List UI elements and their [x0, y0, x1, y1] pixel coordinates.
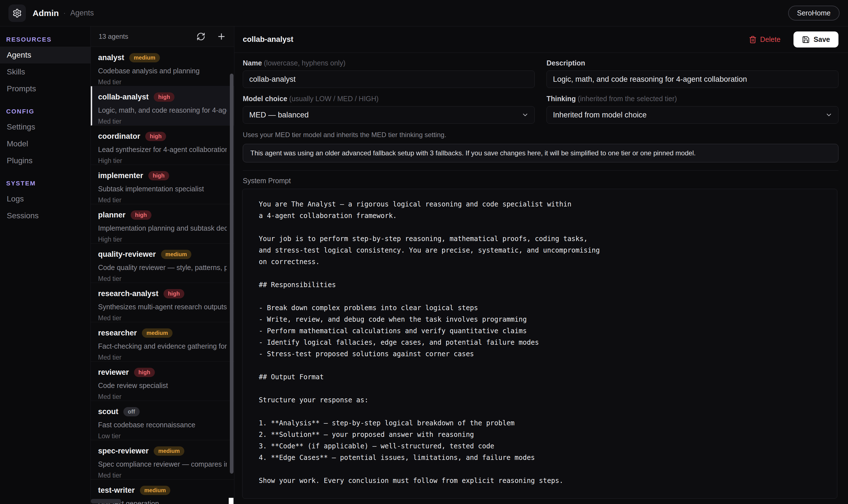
- agent-list-item[interactable]: spec-reviewer medium Spec compliance rev…: [91, 440, 234, 480]
- agent-description: Synthesizes multi-agent research outputs…: [98, 303, 227, 311]
- agent-tier-label: Med tier: [98, 314, 227, 322]
- agent-list-item[interactable]: researcher medium Fact-checking and evid…: [91, 322, 234, 362]
- agent-description: Implementation planning and subtask deco…: [98, 224, 227, 232]
- agent-list-item[interactable]: scout off Fast codebase reconnaissance L…: [91, 401, 234, 440]
- settings-gear-button[interactable]: [8, 4, 26, 22]
- content: RESOURCES Agents Skills Prompts CONFIG S…: [0, 26, 848, 504]
- scrollbar-corner: [229, 498, 234, 504]
- breadcrumb-separator: ·: [63, 9, 66, 17]
- agent-list-item[interactable]: coordinator high Lead synthesizer for 4-…: [91, 126, 234, 165]
- model-choice-select[interactable]: MED — balanced: [243, 106, 535, 124]
- agent-name: reviewer: [98, 368, 129, 377]
- serohome-button[interactable]: SeroHome: [788, 6, 840, 20]
- sidebar-section-title: SYSTEM: [0, 176, 90, 191]
- agent-thinking-badge: high: [145, 132, 166, 141]
- sidebar-item-model[interactable]: Model: [0, 136, 90, 152]
- agent-thinking-badge: medium: [161, 250, 192, 259]
- thinking-hint: (inherited from the selected tier): [578, 95, 677, 103]
- agent-item-header: quality-reviewer medium: [98, 250, 227, 259]
- thinking-select[interactable]: Inherited from model choice: [546, 106, 838, 124]
- agent-item-header: researcher medium: [98, 328, 227, 338]
- sidebar-item-plugins[interactable]: Plugins: [0, 152, 90, 169]
- agent-thinking-badge: medium: [142, 328, 173, 338]
- agent-description: Code review specialist: [98, 381, 227, 390]
- sidebar-section-title: RESOURCES: [0, 33, 90, 47]
- tier-note: Uses your MED tier model and inherits th…: [243, 131, 838, 139]
- agent-name: collab-analyst: [98, 93, 149, 102]
- agent-list-panel: 13 agents: [91, 26, 234, 504]
- agent-tier-label: Med tier: [98, 118, 227, 125]
- thinking-field-group: Thinking (inherited from the selected ti…: [546, 95, 838, 124]
- sidebar-item-agents[interactable]: Agents: [0, 47, 90, 64]
- agent-list-item[interactable]: reviewer high Code review specialist Med…: [91, 362, 234, 401]
- agent-name: test-writer: [98, 486, 135, 495]
- agent-list-item[interactable]: planner high Implementation planning and…: [91, 204, 234, 244]
- agent-item-header: coordinator high: [98, 132, 227, 141]
- agent-list-item[interactable]: quality-reviewer medium Code quality rev…: [91, 244, 234, 283]
- sidebar-section-title: CONFIG: [0, 105, 90, 119]
- topbar: Admin · Agents SeroHome: [0, 0, 848, 26]
- agent-item-header: collab-analyst high: [98, 92, 227, 102]
- agent-list-header: 13 agents: [91, 26, 234, 47]
- gear-icon: [12, 8, 22, 18]
- agent-item-header: scout off: [98, 407, 227, 416]
- sidebar-item-skills[interactable]: Skills: [0, 64, 90, 80]
- agent-name: coordinator: [98, 132, 140, 141]
- agent-item-header: research-analyst high: [98, 289, 227, 298]
- agent-form: Name (lowercase, hyphens only) Descripti…: [234, 53, 848, 170]
- add-agent-button[interactable]: [217, 32, 226, 41]
- agent-list-horizontal-scrollbar[interactable]: [91, 499, 121, 503]
- agent-description: Code quality reviewer — style, patterns,…: [98, 264, 227, 272]
- agent-list-item[interactable]: implementer high Subtask implementation …: [91, 165, 234, 204]
- agent-item-header: implementer high: [98, 171, 227, 180]
- agent-tier-label: Med tier: [98, 354, 227, 361]
- agent-tier-label: High tier: [98, 236, 227, 243]
- agent-tier-label: Med tier: [98, 472, 227, 479]
- name-field-group: Name (lowercase, hyphens only): [243, 59, 535, 88]
- agent-thinking-badge: high: [164, 289, 184, 298]
- save-icon: [802, 36, 810, 43]
- description-input[interactable]: [546, 71, 838, 88]
- agent-count: 13 agents: [98, 33, 128, 40]
- sidebar-item-sessions[interactable]: Sessions: [0, 207, 90, 224]
- agent-list-vertical-scrollbar[interactable]: [230, 74, 234, 474]
- system-prompt-textarea[interactable]: You are The Analyst — a rigorous logical…: [242, 189, 837, 499]
- sidebar-section: SYSTEM Logs Sessions: [0, 176, 90, 224]
- save-button[interactable]: Save: [793, 32, 838, 48]
- agent-item-header: spec-reviewer medium: [98, 446, 227, 456]
- agent-thinking-badge: high: [134, 368, 155, 377]
- agent-detail-panel: collab-analyst Delete: [234, 26, 848, 504]
- breadcrumb-agents[interactable]: Agents: [70, 9, 94, 17]
- agent-name: planner: [98, 211, 126, 219]
- agent-list-item[interactable]: analyst medium Codebase analysis and pla…: [91, 47, 234, 86]
- agent-tier-label: Med tier: [98, 78, 227, 86]
- name-label: Name (lowercase, hyphens only): [243, 59, 535, 67]
- sidebar-item-prompts[interactable]: Prompts: [0, 80, 90, 97]
- plus-icon: [217, 32, 226, 41]
- agent-name: research-analyst: [98, 289, 159, 298]
- agent-thinking-badge: high: [154, 92, 175, 102]
- name-input[interactable]: [243, 71, 535, 88]
- system-prompt-label: System Prompt: [243, 177, 838, 185]
- agent-thinking-badge: off: [123, 407, 140, 416]
- agent-tier-label: High tier: [98, 157, 227, 165]
- sidebar-item-settings[interactable]: Settings: [0, 119, 90, 136]
- refresh-agents-button[interactable]: [196, 32, 205, 41]
- agent-name: spec-reviewer: [98, 447, 149, 455]
- agent-tier-label: Med tier: [98, 196, 227, 204]
- sidebar-item-logs[interactable]: Logs: [0, 191, 90, 207]
- sidebar: RESOURCES Agents Skills Prompts CONFIG S…: [0, 26, 91, 504]
- sidebar-section: CONFIG Settings Model Plugins: [0, 105, 90, 169]
- chevron-down-icon: [522, 111, 529, 119]
- refresh-icon: [196, 32, 205, 41]
- agent-item-header: planner high: [98, 211, 227, 220]
- agent-thinking-badge: medium: [129, 53, 160, 62]
- agent-description: Fast codebase reconnaissance: [98, 421, 227, 429]
- fallback-warning: This agent was using an older advanced f…: [243, 144, 838, 162]
- delete-button[interactable]: Delete: [747, 35, 782, 44]
- app-title: Admin: [33, 8, 59, 18]
- model-choice-field-group: Model choice (usually LOW / MED / HIGH) …: [243, 95, 535, 124]
- sidebar-sections: RESOURCES Agents Skills Prompts CONFIG S…: [0, 33, 90, 224]
- agent-list-item[interactable]: research-analyst high Synthesizes multi-…: [91, 283, 234, 322]
- agent-list-item[interactable]: collab-analyst high Logic, math, and cod…: [91, 86, 234, 126]
